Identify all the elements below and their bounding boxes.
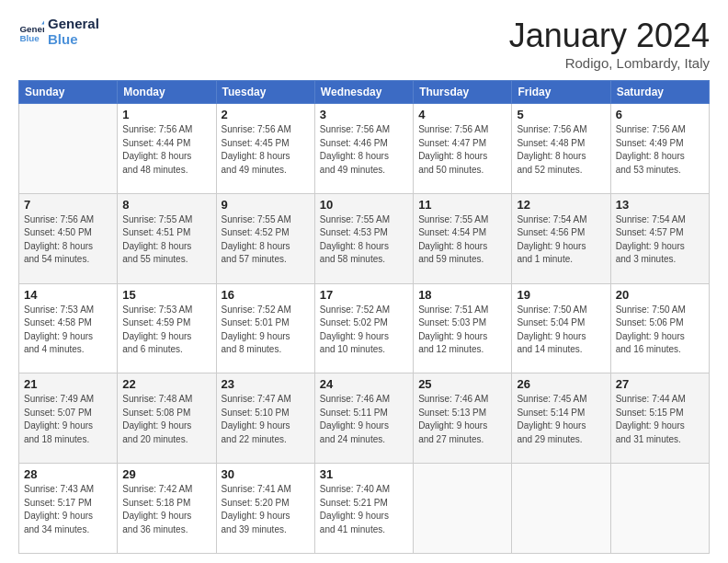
- logo-blue-text: Blue: [48, 32, 99, 48]
- day-cell: 13Sunrise: 7:54 AM Sunset: 4:57 PM Dayli…: [610, 193, 709, 283]
- day-cell: 22Sunrise: 7:48 AM Sunset: 5:08 PM Dayli…: [118, 373, 216, 464]
- day-cell: 21Sunrise: 7:49 AM Sunset: 5:07 PM Dayli…: [19, 373, 118, 464]
- day-number: 27: [616, 377, 704, 391]
- day-cell: 14Sunrise: 7:53 AM Sunset: 4:58 PM Dayli…: [19, 283, 118, 373]
- week-row-3: 14Sunrise: 7:53 AM Sunset: 4:58 PM Dayli…: [19, 283, 710, 373]
- day-cell: 31Sunrise: 7:40 AM Sunset: 5:21 PM Dayli…: [314, 464, 413, 554]
- day-number: 17: [320, 288, 408, 302]
- day-cell: 17Sunrise: 7:52 AM Sunset: 5:02 PM Dayli…: [314, 283, 413, 373]
- day-number: 1: [122, 108, 210, 121]
- day-info: Sunrise: 7:52 AM Sunset: 5:01 PM Dayligh…: [222, 304, 310, 357]
- day-info: Sunrise: 7:56 AM Sunset: 4:45 PM Dayligh…: [222, 123, 310, 177]
- day-info: Sunrise: 7:54 AM Sunset: 4:57 PM Dayligh…: [616, 213, 704, 267]
- day-cell: 23Sunrise: 7:47 AM Sunset: 5:10 PM Dayli…: [216, 373, 314, 464]
- day-info: Sunrise: 7:56 AM Sunset: 4:47 PM Dayligh…: [418, 123, 506, 177]
- weekday-header-row: SundayMondayTuesdayWednesdayThursdayFrid…: [19, 81, 710, 104]
- day-number: 29: [122, 467, 210, 481]
- day-info: Sunrise: 7:47 AM Sunset: 5:10 PM Dayligh…: [222, 393, 310, 446]
- day-info: Sunrise: 7:51 AM Sunset: 5:03 PM Dayligh…: [418, 304, 506, 357]
- day-cell: 11Sunrise: 7:55 AM Sunset: 4:54 PM Dayli…: [414, 193, 512, 283]
- day-number: 20: [616, 288, 704, 302]
- day-cell: 18Sunrise: 7:51 AM Sunset: 5:03 PM Dayli…: [414, 283, 512, 373]
- day-info: Sunrise: 7:55 AM Sunset: 4:51 PM Dayligh…: [122, 213, 210, 267]
- day-number: 12: [517, 198, 605, 212]
- day-info: Sunrise: 7:55 AM Sunset: 4:52 PM Dayligh…: [222, 213, 310, 267]
- day-number: 9: [222, 198, 310, 212]
- day-info: Sunrise: 7:42 AM Sunset: 5:18 PM Dayligh…: [122, 483, 210, 536]
- day-number: 18: [418, 288, 506, 302]
- day-cell: 5Sunrise: 7:56 AM Sunset: 4:48 PM Daylig…: [512, 104, 610, 194]
- day-number: 2: [222, 108, 310, 121]
- day-cell: 16Sunrise: 7:52 AM Sunset: 5:01 PM Dayli…: [216, 283, 314, 373]
- weekday-header-wednesday: Wednesday: [314, 81, 413, 104]
- day-cell: 26Sunrise: 7:45 AM Sunset: 5:14 PM Dayli…: [512, 373, 610, 464]
- day-info: Sunrise: 7:56 AM Sunset: 4:49 PM Dayligh…: [616, 123, 704, 177]
- day-number: 8: [122, 198, 210, 212]
- day-info: Sunrise: 7:46 AM Sunset: 5:13 PM Dayligh…: [418, 393, 506, 446]
- day-cell: 1Sunrise: 7:56 AM Sunset: 4:44 PM Daylig…: [118, 104, 216, 194]
- day-cell: 10Sunrise: 7:55 AM Sunset: 4:53 PM Dayli…: [314, 193, 413, 283]
- day-cell: 15Sunrise: 7:53 AM Sunset: 4:59 PM Dayli…: [118, 283, 216, 373]
- day-cell: 8Sunrise: 7:55 AM Sunset: 4:51 PM Daylig…: [118, 193, 216, 283]
- calendar-table: SundayMondayTuesdayWednesdayThursdayFrid…: [18, 80, 710, 554]
- day-info: Sunrise: 7:53 AM Sunset: 4:59 PM Dayligh…: [122, 304, 210, 357]
- header: General Blue General Blue January 2024 R…: [18, 17, 710, 71]
- day-cell: [414, 464, 512, 554]
- day-number: 23: [222, 377, 310, 391]
- day-number: 26: [517, 377, 605, 391]
- day-cell: 30Sunrise: 7:41 AM Sunset: 5:20 PM Dayli…: [216, 464, 314, 554]
- title-block: January 2024 Rodigo, Lombardy, Italy: [509, 17, 710, 71]
- day-number: 16: [222, 288, 310, 302]
- day-number: 22: [122, 377, 210, 391]
- page: General Blue General Blue January 2024 R…: [0, 0, 728, 563]
- weekday-header-sunday: Sunday: [19, 81, 118, 104]
- day-info: Sunrise: 7:45 AM Sunset: 5:14 PM Dayligh…: [517, 393, 605, 446]
- day-cell: 4Sunrise: 7:56 AM Sunset: 4:47 PM Daylig…: [414, 104, 512, 194]
- day-info: Sunrise: 7:48 AM Sunset: 5:08 PM Dayligh…: [122, 393, 210, 446]
- day-info: Sunrise: 7:56 AM Sunset: 4:46 PM Dayligh…: [320, 123, 408, 177]
- day-number: 3: [320, 108, 408, 121]
- day-info: Sunrise: 7:55 AM Sunset: 4:53 PM Dayligh…: [320, 213, 408, 267]
- month-title: January 2024: [509, 17, 710, 55]
- svg-text:Blue: Blue: [19, 32, 40, 42]
- day-info: Sunrise: 7:44 AM Sunset: 5:15 PM Dayligh…: [616, 393, 704, 446]
- day-number: 6: [616, 108, 704, 121]
- logo-general-text: General: [48, 17, 99, 32]
- week-row-2: 7Sunrise: 7:56 AM Sunset: 4:50 PM Daylig…: [19, 193, 710, 283]
- weekday-header-monday: Monday: [118, 81, 216, 104]
- day-number: 15: [122, 288, 210, 302]
- day-info: Sunrise: 7:56 AM Sunset: 4:50 PM Dayligh…: [24, 213, 112, 267]
- day-number: 7: [24, 198, 112, 212]
- day-cell: 12Sunrise: 7:54 AM Sunset: 4:56 PM Dayli…: [512, 193, 610, 283]
- day-number: 21: [24, 377, 112, 391]
- week-row-5: 28Sunrise: 7:43 AM Sunset: 5:17 PM Dayli…: [19, 464, 710, 554]
- day-cell: [610, 464, 709, 554]
- weekday-header-friday: Friday: [512, 81, 610, 104]
- logo: General Blue General Blue: [18, 17, 99, 47]
- day-cell: 6Sunrise: 7:56 AM Sunset: 4:49 PM Daylig…: [610, 104, 709, 194]
- day-number: 30: [222, 467, 310, 481]
- day-number: 4: [418, 108, 506, 121]
- location-subtitle: Rodigo, Lombardy, Italy: [509, 55, 710, 71]
- day-info: Sunrise: 7:41 AM Sunset: 5:20 PM Dayligh…: [222, 483, 310, 536]
- day-cell: 7Sunrise: 7:56 AM Sunset: 4:50 PM Daylig…: [19, 193, 118, 283]
- day-cell: 24Sunrise: 7:46 AM Sunset: 5:11 PM Dayli…: [314, 373, 413, 464]
- day-info: Sunrise: 7:46 AM Sunset: 5:11 PM Dayligh…: [320, 393, 408, 446]
- day-cell: [512, 464, 610, 554]
- day-cell: 28Sunrise: 7:43 AM Sunset: 5:17 PM Dayli…: [19, 464, 118, 554]
- day-cell: 29Sunrise: 7:42 AM Sunset: 5:18 PM Dayli…: [118, 464, 216, 554]
- day-number: 24: [320, 377, 408, 391]
- day-number: 19: [517, 288, 605, 302]
- day-info: Sunrise: 7:50 AM Sunset: 5:04 PM Dayligh…: [517, 304, 605, 357]
- day-number: 28: [24, 467, 112, 481]
- day-cell: 20Sunrise: 7:50 AM Sunset: 5:06 PM Dayli…: [610, 283, 709, 373]
- day-info: Sunrise: 7:50 AM Sunset: 5:06 PM Dayligh…: [616, 304, 704, 357]
- day-info: Sunrise: 7:40 AM Sunset: 5:21 PM Dayligh…: [320, 483, 408, 536]
- day-info: Sunrise: 7:56 AM Sunset: 4:44 PM Dayligh…: [122, 123, 210, 177]
- week-row-4: 21Sunrise: 7:49 AM Sunset: 5:07 PM Dayli…: [19, 373, 710, 464]
- weekday-header-saturday: Saturday: [610, 81, 709, 104]
- week-row-1: 1Sunrise: 7:56 AM Sunset: 4:44 PM Daylig…: [19, 104, 710, 194]
- day-number: 25: [418, 377, 506, 391]
- day-info: Sunrise: 7:53 AM Sunset: 4:58 PM Dayligh…: [24, 304, 112, 357]
- day-number: 11: [418, 198, 506, 212]
